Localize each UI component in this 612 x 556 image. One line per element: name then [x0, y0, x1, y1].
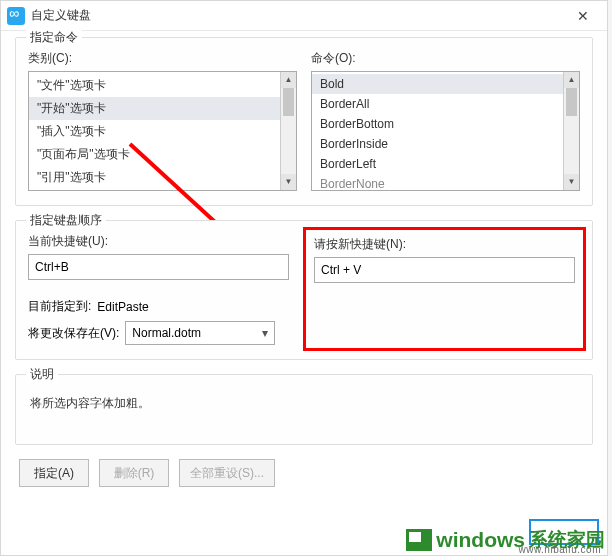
list-item[interactable]: "开始"选项卡 [29, 97, 280, 120]
command-listbox[interactable]: BoldBorderAllBorderBottomBorderInsideBor… [311, 71, 580, 191]
group-commands: 指定命令 类别(C): "文件"选项卡"开始"选项卡"插入"选项卡"页面布局"选… [15, 37, 593, 206]
current-shortcut-label: 当前快捷键(U): [28, 233, 289, 250]
titlebar: 自定义键盘 ✕ [1, 1, 607, 31]
list-item[interactable]: "审阅"选项卡 [29, 189, 280, 190]
list-item[interactable]: Bold [312, 74, 563, 94]
group-description-title: 说明 [26, 366, 58, 383]
save-in-select[interactable]: Normal.dotm [125, 321, 275, 345]
list-item[interactable]: "文件"选项卡 [29, 74, 280, 97]
scroll-thumb[interactable] [566, 88, 577, 116]
list-item[interactable]: "引用"选项卡 [29, 166, 280, 189]
list-item[interactable]: "插入"选项卡 [29, 120, 280, 143]
group-description: 说明 将所选内容字体加粗。 [15, 374, 593, 445]
command-label: 命令(O): [311, 50, 580, 67]
window-title: 自定义键盘 [31, 7, 565, 24]
category-scrollbar[interactable]: ▲ ▼ [280, 72, 296, 190]
save-in-label: 将更改保存在(V): [28, 325, 119, 342]
list-item[interactable]: BorderInside [312, 134, 563, 154]
group-commands-title: 指定命令 [26, 29, 82, 46]
assign-button[interactable]: 指定(A) [19, 459, 89, 487]
scroll-thumb[interactable] [283, 88, 294, 116]
watermark-icon [406, 529, 432, 551]
list-item[interactable]: BorderBottom [312, 114, 563, 134]
category-listbox[interactable]: "文件"选项卡"开始"选项卡"插入"选项卡"页面布局"选项卡"引用"选项卡"审阅… [28, 71, 297, 191]
list-item[interactable]: BorderAll [312, 94, 563, 114]
remove-button[interactable]: 删除(R) [99, 459, 169, 487]
new-shortcut-highlight: 请按新快捷键(N): [303, 227, 586, 351]
save-in-value: Normal.dotm [132, 326, 201, 340]
close-button[interactable]: ✕ [565, 2, 601, 30]
app-icon [7, 7, 25, 25]
new-shortcut-field[interactable] [314, 257, 575, 283]
list-item[interactable]: BorderLeft [312, 154, 563, 174]
scroll-down-icon[interactable]: ▼ [564, 174, 579, 190]
group-sequence-title: 指定键盘顺序 [26, 212, 106, 229]
current-shortcut-field[interactable] [28, 254, 289, 280]
assigned-to-value: EditPaste [97, 300, 148, 314]
category-label: 类别(C): [28, 50, 297, 67]
watermark-brand: windows [436, 528, 525, 552]
dialog-window: 自定义键盘 ✕ 指定命令 类别(C): "文件"选项卡"开始"选项卡"插入"选项… [0, 0, 608, 556]
dialog-body: 指定命令 类别(C): "文件"选项卡"开始"选项卡"插入"选项卡"页面布局"选… [1, 31, 607, 497]
list-item[interactable]: "页面布局"选项卡 [29, 143, 280, 166]
scroll-up-icon[interactable]: ▲ [564, 72, 579, 88]
new-shortcut-label: 请按新快捷键(N): [314, 236, 575, 253]
watermark-url: www.nibaifu.com [518, 544, 601, 555]
scroll-up-icon[interactable]: ▲ [281, 72, 296, 88]
group-sequence: 指定键盘顺序 当前快捷键(U): 目前指定到: EditPaste 将更改保存在… [15, 220, 593, 360]
list-item[interactable]: BorderNone [312, 174, 563, 190]
footer-buttons: 指定(A) 删除(R) 全部重设(S)... [15, 459, 593, 487]
assigned-to-label: 目前指定到: [28, 298, 91, 315]
reset-all-button[interactable]: 全部重设(S)... [179, 459, 275, 487]
description-text: 将所选内容字体加粗。 [30, 395, 578, 412]
command-scrollbar[interactable]: ▲ ▼ [563, 72, 579, 190]
scroll-down-icon[interactable]: ▼ [281, 174, 296, 190]
